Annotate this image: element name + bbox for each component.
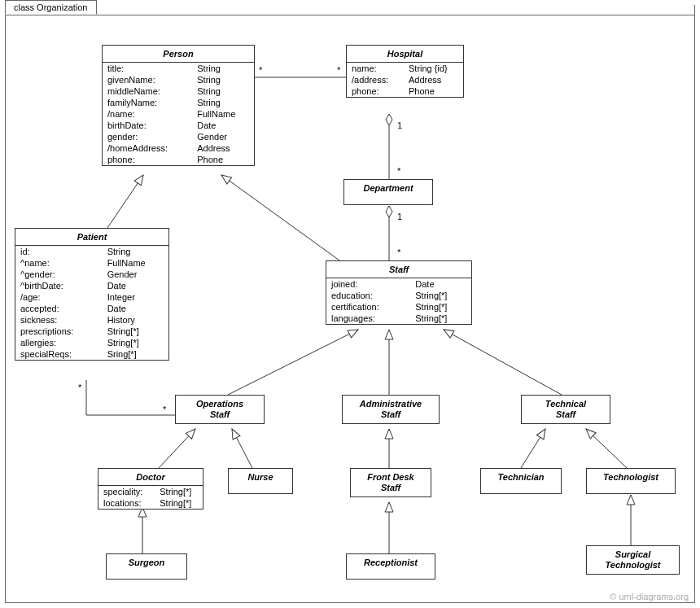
watermark: © uml-diagrams.org: [610, 592, 689, 601]
class-technologist: Technologist: [586, 468, 676, 494]
class-receptionist-title: Receptionist: [347, 554, 435, 571]
class-hospital-attrs: name:String {id}/address:Addressphone:Ph…: [347, 63, 463, 97]
class-technical-staff: Technical Staff: [521, 395, 610, 424]
class-technical-staff-l1: Technical: [545, 399, 586, 409]
class-doctor-title: Doctor: [98, 469, 203, 486]
class-nurse-title: Nurse: [229, 469, 292, 485]
mult-patient-ops-left: *: [78, 383, 81, 392]
frame-tab: class Organization: [5, 0, 97, 15]
class-person: Person title:StringgivenName:Stringmiddl…: [102, 45, 255, 166]
class-technician: Technician: [480, 468, 562, 494]
class-operations-staff-l1: Operations: [196, 399, 243, 409]
class-department: Department: [343, 179, 433, 205]
class-surgeon-title: Surgeon: [107, 554, 186, 571]
class-staff-title: Staff: [326, 261, 471, 278]
class-technical-staff-l2: Staff: [556, 409, 575, 419]
class-hospital-title: Hospital: [347, 46, 463, 63]
class-staff: Staff joined:Dateeducation:String[*]cert…: [326, 260, 472, 325]
class-surgical-technologist: Surgical Technologist: [586, 545, 680, 575]
frame-title: class Organization: [14, 2, 88, 12]
class-receptionist: Receptionist: [346, 553, 435, 580]
class-doctor-attrs: speciality:String[*]locations:String[*]: [98, 486, 203, 509]
mult-patient-ops-right: *: [163, 405, 166, 414]
uml-canvas: class Organization: [0, 0, 700, 608]
class-surgeon: Surgeon: [106, 553, 187, 580]
class-front-desk-staff-l1: Front Desk: [367, 472, 413, 482]
class-administrative-staff: Administrative Staff: [342, 395, 440, 424]
class-staff-attrs: joined:Dateeducation:String[*]certificat…: [326, 278, 471, 324]
mult-person-hospital-left: *: [259, 65, 262, 75]
class-front-desk-staff: Front Desk Staff: [350, 468, 431, 497]
class-administrative-staff-l2: Staff: [381, 409, 400, 419]
class-patient-attrs: id:String^name:FullName^gender:Gender^bi…: [15, 246, 168, 360]
class-front-desk-staff-l2: Staff: [381, 483, 400, 492]
class-person-attrs: title:StringgivenName:StringmiddleName:S…: [103, 63, 254, 165]
class-operations-staff: Operations Staff: [175, 395, 265, 424]
mult-hosp-dept-1: 1: [397, 120, 402, 130]
class-technician-title: Technician: [481, 469, 561, 485]
class-department-title: Department: [344, 180, 432, 196]
mult-hosp-dept-star: *: [397, 166, 400, 176]
class-person-title: Person: [103, 46, 254, 63]
class-nurse: Nurse: [228, 468, 293, 494]
class-patient-title: Patient: [15, 229, 168, 246]
class-technologist-title: Technologist: [587, 469, 675, 485]
class-operations-staff-l2: Staff: [210, 409, 230, 419]
class-surgical-technologist-l2: Technologist: [605, 560, 660, 570]
mult-dept-staff-star: *: [397, 247, 400, 257]
class-hospital: Hospital name:String {id}/address:Addres…: [346, 45, 464, 98]
mult-dept-staff-1: 1: [397, 212, 402, 221]
class-administrative-staff-l1: Administrative: [360, 399, 422, 409]
mult-person-hospital-right: *: [337, 65, 340, 75]
class-surgical-technologist-l1: Surgical: [615, 549, 650, 559]
class-doctor: Doctor speciality:String[*]locations:Str…: [98, 468, 203, 510]
class-patient: Patient id:String^name:FullName^gender:G…: [15, 228, 169, 361]
